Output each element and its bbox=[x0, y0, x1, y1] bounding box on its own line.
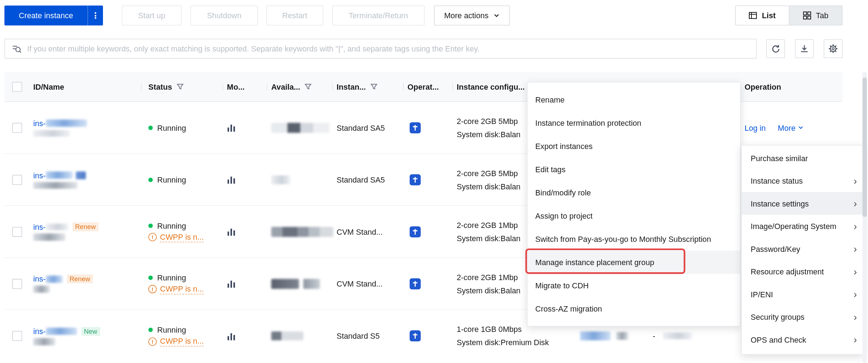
status-dot bbox=[148, 177, 153, 182]
menu-item-manage-instance-placement-group[interactable]: Manage instance placement group bbox=[528, 251, 740, 274]
menu-item-ip-eni[interactable]: IP/ENI› bbox=[742, 283, 864, 305]
redacted-instance-name bbox=[33, 130, 70, 136]
vertical-scrollbar-thumb[interactable] bbox=[863, 78, 867, 217]
monitoring-chart-icon[interactable] bbox=[227, 227, 236, 236]
filter-icon[interactable] bbox=[370, 83, 378, 90]
create-instance-button[interactable]: Create instance bbox=[4, 5, 103, 25]
row-checkbox[interactable] bbox=[12, 331, 22, 341]
menu-item-bind-modify-role[interactable]: Bind/modify role bbox=[528, 181, 740, 204]
filter-icon[interactable] bbox=[305, 83, 312, 90]
row-checkbox[interactable] bbox=[12, 279, 22, 289]
redacted-availability-zone bbox=[271, 332, 304, 340]
redacted-availability-zone bbox=[304, 279, 320, 289]
more-link[interactable]: More bbox=[778, 123, 804, 132]
menu-item-instance-settings[interactable]: Instance settings› bbox=[742, 192, 864, 215]
redacted-instance-id bbox=[46, 120, 87, 127]
cwpp-warning-link[interactable]: CWPP is n... bbox=[160, 337, 204, 347]
chevron-right-icon: › bbox=[854, 176, 857, 186]
refresh-button[interactable] bbox=[766, 39, 785, 58]
menu-item-export-instances[interactable]: Export instances bbox=[528, 134, 740, 158]
os-logo-icon bbox=[410, 226, 421, 237]
chevron-down-icon bbox=[493, 12, 500, 19]
monitoring-chart-icon[interactable] bbox=[227, 279, 236, 288]
redacted-instance-name bbox=[33, 285, 50, 293]
instance-type: Standard SA5 bbox=[336, 175, 406, 184]
monitoring-chart-icon[interactable] bbox=[227, 331, 236, 340]
chevron-right-icon: › bbox=[854, 267, 857, 277]
menu-item-instance-termination-protection[interactable]: Instance termination protection bbox=[528, 111, 740, 134]
monitoring-chart-icon[interactable] bbox=[227, 175, 236, 184]
more-dropdown-menu: Purchase similar Instance status› Instan… bbox=[741, 145, 864, 355]
filter-icon[interactable] bbox=[177, 83, 184, 90]
cwpp-warning-link[interactable]: CWPP is n... bbox=[160, 284, 204, 294]
instance-id-link[interactable]: ins- bbox=[33, 223, 68, 232]
instance-id-link[interactable]: ins- bbox=[33, 171, 85, 180]
redacted-value bbox=[663, 333, 692, 339]
menu-item-rename[interactable]: Rename bbox=[528, 88, 740, 111]
monitoring-chart-icon[interactable] bbox=[227, 123, 236, 132]
instance-type: CVM Stand... bbox=[336, 279, 406, 288]
instance-type: Standard S5 bbox=[336, 332, 406, 340]
row-checkbox[interactable] bbox=[12, 123, 22, 133]
warning-icon: ! bbox=[148, 285, 157, 293]
os-logo-icon bbox=[410, 122, 421, 133]
redacted-instance-id bbox=[46, 275, 62, 283]
chevron-right-icon: › bbox=[854, 221, 857, 231]
menu-item-security-groups[interactable]: Security groups› bbox=[742, 305, 864, 328]
instance-id-link[interactable]: ins- bbox=[33, 327, 77, 336]
chevron-right-icon: › bbox=[854, 198, 857, 208]
menu-item-password-key[interactable]: Password/Key› bbox=[742, 237, 864, 260]
column-header-operation: Operation bbox=[745, 72, 781, 101]
row-checkbox[interactable] bbox=[12, 175, 22, 185]
redacted-instance-id bbox=[46, 328, 77, 335]
redacted-instance-name bbox=[33, 182, 78, 189]
column-header-monitoring: Mo... bbox=[227, 72, 245, 101]
select-all-checkbox[interactable] bbox=[12, 82, 22, 92]
tab-view-button[interactable]: Tab bbox=[789, 6, 842, 25]
redacted-availability-zone bbox=[271, 123, 330, 133]
search-input[interactable] bbox=[27, 44, 750, 53]
terminate-return-button[interactable]: Terminate/Return bbox=[332, 5, 425, 25]
start-up-button[interactable]: Start up bbox=[122, 5, 182, 25]
download-button[interactable] bbox=[795, 39, 814, 58]
tab-view-icon bbox=[803, 11, 812, 20]
menu-item-assign-to-project[interactable]: Assign to project bbox=[528, 204, 740, 227]
column-header-availability-zone: Availa... bbox=[271, 72, 312, 101]
status-dot bbox=[148, 275, 153, 280]
create-instance-more-options-button[interactable] bbox=[88, 5, 103, 25]
redacted-availability-zone bbox=[271, 227, 333, 237]
log-in-link[interactable]: Log in bbox=[745, 123, 766, 132]
warning-icon: ! bbox=[148, 337, 157, 345]
os-logo-icon bbox=[410, 330, 421, 342]
warning-icon: ! bbox=[148, 233, 157, 241]
status-dot bbox=[148, 125, 153, 130]
redacted-availability-zone bbox=[271, 279, 299, 289]
menu-item-edit-tags[interactable]: Edit tags bbox=[528, 158, 740, 181]
empty-value-dash: - bbox=[653, 332, 655, 340]
status-dot bbox=[148, 223, 153, 228]
redacted-instance-id bbox=[46, 171, 72, 179]
menu-item-instance-status[interactable]: Instance status› bbox=[742, 169, 864, 192]
instance-id-link[interactable]: ins- bbox=[33, 119, 87, 128]
shutdown-button[interactable]: Shutdown bbox=[191, 5, 258, 25]
column-header-instance-type: Instan... bbox=[336, 72, 377, 101]
menu-item-ops-and-check[interactable]: OPS and Check› bbox=[742, 328, 864, 351]
menu-item-resource-adjustment[interactable]: Resource adjustment› bbox=[742, 260, 864, 283]
menu-item-image-operating-system[interactable]: Image/Operating System› bbox=[742, 215, 864, 237]
instance-id-link[interactable]: ins- bbox=[33, 274, 62, 283]
menu-item-switch-to-monthly-subscription[interactable]: Switch from Pay-as-you-go to Monthly Sub… bbox=[528, 228, 740, 251]
restart-button[interactable]: Restart bbox=[266, 5, 323, 25]
menu-item-migrate-to-cdh[interactable]: Migrate to CDH bbox=[528, 274, 740, 297]
create-instance-label: Create instance bbox=[4, 11, 87, 20]
redacted-instance-name bbox=[33, 338, 55, 345]
column-header-status: Status bbox=[148, 72, 184, 101]
row-checkbox[interactable] bbox=[12, 227, 22, 237]
settings-button[interactable] bbox=[824, 39, 843, 58]
redacted-ip-address bbox=[580, 332, 611, 340]
menu-item-purchase-similar[interactable]: Purchase similar bbox=[742, 146, 864, 169]
view-toggle: List Tab bbox=[735, 5, 842, 25]
cwpp-warning-link[interactable]: CWPP is n... bbox=[160, 232, 204, 242]
list-view-button[interactable]: List bbox=[736, 6, 789, 25]
menu-item-cross-az-migration[interactable]: Cross-AZ migration bbox=[528, 297, 740, 320]
more-actions-button[interactable]: More actions bbox=[434, 5, 510, 25]
